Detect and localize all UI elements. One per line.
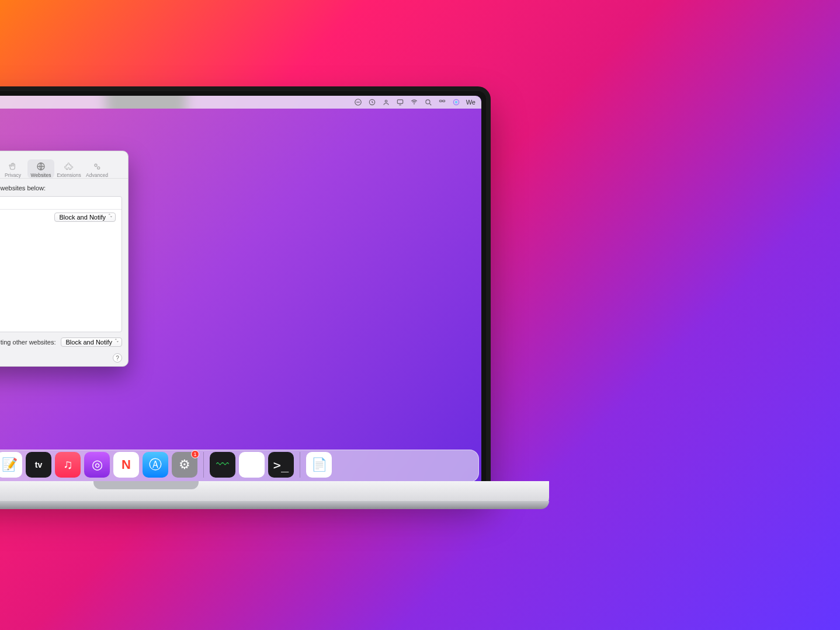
- gear-icon: ⚙: [179, 457, 190, 472]
- news-icon: N: [122, 457, 131, 472]
- svg-point-12: [454, 101, 457, 104]
- gears-icon: [92, 162, 102, 171]
- website-row[interactable]: w webroot.com Block and Notify: [0, 210, 122, 225]
- other-websites-dropdown[interactable]: Block and Notify: [61, 337, 122, 347]
- control-center-icon[interactable]: [438, 98, 446, 106]
- music-note-icon: ♫: [63, 457, 73, 472]
- svg-point-7: [426, 100, 430, 104]
- document-icon: 📄: [311, 457, 327, 472]
- dock-separator: [203, 452, 204, 478]
- svg-line-8: [429, 103, 431, 105]
- preferences-main-pane: Allow pop-up windows on the websites bel…: [0, 185, 122, 347]
- puzzle-icon: [64, 162, 74, 171]
- other-websites-label: When visiting other websites:: [0, 339, 56, 346]
- dock-app-tv[interactable]: tv: [26, 452, 51, 478]
- laptop-base: [0, 481, 549, 509]
- svg-rect-10: [442, 100, 445, 102]
- column-header: Configured Websites: [0, 197, 122, 210]
- dock-separator: [300, 452, 300, 478]
- tab-advanced[interactable]: Advanced: [84, 159, 110, 178]
- user-icon[interactable]: [382, 98, 390, 106]
- dock-app-app-store[interactable]: Ⓐ: [143, 452, 168, 478]
- wifi-icon[interactable]: [410, 98, 418, 106]
- laptop-screen: elp We Websites: [0, 96, 481, 486]
- svg-point-21: [98, 167, 100, 169]
- tab-label: Privacy: [5, 172, 21, 178]
- app-store-icon: Ⓐ: [149, 456, 162, 474]
- podcast-icon: ◎: [92, 457, 103, 472]
- tab-privacy[interactable]: Privacy: [0, 159, 26, 178]
- siri-icon[interactable]: [452, 98, 460, 106]
- dropdown-value: Block and Notify: [60, 214, 106, 221]
- window-titlebar: Websites: [0, 151, 128, 158]
- display-icon[interactable]: [396, 98, 404, 106]
- preview-icon: 🖼: [245, 457, 258, 472]
- help-button[interactable]: ?: [113, 353, 122, 363]
- dock-app-music[interactable]: ♫: [55, 452, 81, 478]
- dock-app-activity-monitor[interactable]: 〰: [210, 452, 235, 478]
- terminal-icon: >_: [273, 458, 289, 472]
- waveform-icon: 〰: [216, 457, 229, 472]
- dropdown-value: Block and Notify: [66, 339, 112, 346]
- laptop-bezel: elp We Websites: [0, 86, 491, 495]
- window-title: Websites: [0, 151, 123, 158]
- dock-app-notes[interactable]: 📝: [0, 452, 22, 478]
- dock-app-podcasts[interactable]: ◎: [84, 452, 110, 478]
- dock-app-news[interactable]: N: [113, 452, 139, 478]
- apple-tv-icon: tv: [35, 460, 42, 469]
- hand-icon: [8, 162, 18, 171]
- do-not-disturb-icon[interactable]: [354, 98, 362, 106]
- time-machine-icon[interactable]: [368, 98, 376, 106]
- tab-extensions[interactable]: Extensions: [55, 159, 82, 178]
- pane-heading: Allow pop-up windows on the websites bel…: [0, 185, 122, 192]
- dock-app-textedit[interactable]: 📄: [306, 452, 332, 478]
- macos-dock: 📍 🌸 📹 MAR 15 👤 ☰ 📝 tv ♫ ◎ N Ⓐ ⚙ 1: [0, 447, 481, 482]
- svg-point-3: [385, 100, 387, 103]
- svg-rect-4: [397, 100, 402, 103]
- menubar-date[interactable]: We: [466, 99, 475, 106]
- macos-menubar: elp We: [0, 96, 481, 109]
- dock-app-terminal[interactable]: >_: [268, 452, 294, 478]
- tab-label: Websites: [31, 172, 51, 178]
- search-icon[interactable]: [424, 98, 432, 106]
- website-permission-dropdown[interactable]: Block and Notify: [54, 213, 116, 222]
- preferences-tabbar: General Tabs AutoFill Passwords Search S…: [0, 158, 128, 179]
- svg-point-20: [95, 164, 97, 166]
- tab-label: Extensions: [57, 172, 81, 178]
- svg-rect-9: [439, 100, 442, 102]
- globe-icon: [36, 162, 46, 171]
- dock-app-preview[interactable]: 🖼: [239, 452, 265, 478]
- tab-websites[interactable]: Websites: [27, 159, 54, 178]
- notes-icon: 📝: [2, 457, 18, 472]
- svg-point-6: [414, 104, 414, 105]
- update-badge: 1: [191, 450, 199, 458]
- tab-label: Advanced: [86, 172, 108, 178]
- configured-websites-box: Configured Websites w webroot.com Block …: [0, 196, 122, 332]
- safari-preferences-window: Websites General Tabs AutoFill Passwords…: [0, 151, 129, 367]
